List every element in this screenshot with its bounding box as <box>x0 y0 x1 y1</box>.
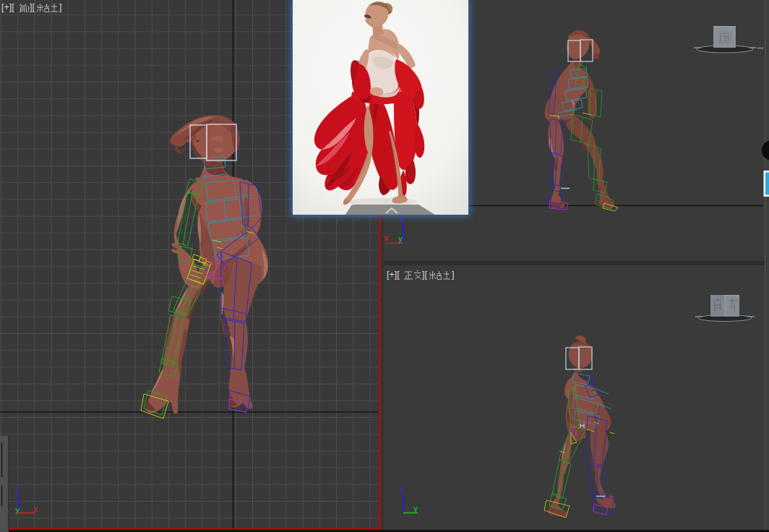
svg-text:[+][: [+][ <box>387 270 400 280</box>
svg-text:y: y <box>398 234 403 243</box>
svg-text:[+][: [+][ <box>1 2 14 12</box>
svg-text:z: z <box>15 486 20 494</box>
svg-text:x: x <box>384 233 389 242</box>
svg-text:]: ] <box>452 270 454 280</box>
svg-text:z: z <box>400 215 404 223</box>
svg-text:y: y <box>413 504 418 512</box>
svg-text:][: ][ <box>30 2 35 12</box>
svg-text:][: ][ <box>422 270 427 280</box>
svg-text:x: x <box>33 505 38 513</box>
svg-text:]: ] <box>59 2 61 12</box>
svg-text:z: z <box>400 485 404 494</box>
